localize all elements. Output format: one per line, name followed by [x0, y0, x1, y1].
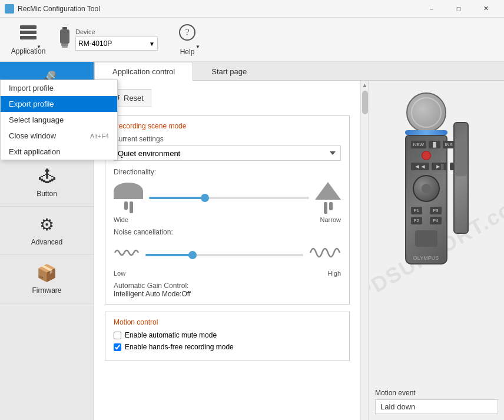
svg-rect-0: [20, 25, 37, 29]
close-button[interactable]: ✕: [472, 0, 499, 18]
svg-rect-4: [60, 29, 69, 44]
import-profile-item[interactable]: Import profile: [1, 80, 117, 96]
window-controls: − □ ✕: [418, 0, 499, 18]
help-arrow: ▼: [195, 44, 200, 49]
content-area: Application control Start page ↺ Reset R…: [94, 62, 504, 420]
scene-mode-select[interactable]: Quiet environment Noisy environment Cust…: [114, 145, 341, 161]
help-icon: ?: [178, 24, 196, 45]
sidebar-item-firmware[interactable]: 📦 Firmware: [0, 255, 94, 303]
window-title: RecMic Configuration Tool: [18, 5, 418, 13]
firmware-icon: 📦: [37, 263, 57, 283]
high-wave-icon: [309, 242, 341, 267]
application-arrow: ▼: [37, 44, 41, 49]
export-profile-item[interactable]: Export profile: [1, 96, 117, 112]
advanced-label: Advanced: [31, 238, 62, 246]
recording-scene-section: Recording scene mode Current settings Qu…: [105, 115, 350, 305]
close-window-item[interactable]: Close window Alt+F4: [1, 128, 117, 144]
svg-rect-2: [20, 36, 37, 39]
motion-event-value: Laid down: [375, 399, 498, 414]
device-mic-head: [406, 92, 446, 133]
directionality-slider[interactable]: [149, 192, 309, 204]
narrow-icon-group: [315, 182, 341, 214]
tab-start-page[interactable]: Start page: [193, 62, 265, 81]
narrow-bars: [324, 202, 333, 214]
app-icon: [5, 4, 14, 14]
motion-event-area: Motion event Laid down: [375, 389, 498, 414]
wide-icon-group: [114, 183, 143, 213]
motion-control-section: Motion control Enable automatic mute mod…: [105, 312, 350, 361]
motion-control-title: Motion control: [114, 318, 341, 326]
sidebar-item-advanced[interactable]: ⚙ Advanced: [0, 207, 94, 255]
device-icon: [58, 27, 72, 52]
scrollbar-thumb[interactable]: [362, 91, 368, 114]
device-blue-ring: [405, 130, 447, 135]
help-label: Help: [180, 48, 195, 56]
device-info: Device RM-4010P ▼: [75, 28, 158, 51]
toolbar: Application ▼ Device RM-4010P ▼ ?: [0, 18, 504, 62]
svg-rect-3: [62, 27, 67, 29]
svg-rect-5: [61, 44, 68, 46]
button-icon: 🕹: [39, 167, 55, 186]
svg-text:?: ?: [185, 27, 189, 37]
svg-rect-1: [20, 31, 37, 34]
button-label: Button: [37, 190, 57, 198]
device-select-arrow: ▼: [149, 41, 155, 47]
noise-cancel-slider[interactable]: [145, 249, 303, 261]
device-image: NEW ▐▌ INS ◄◄ ►‖ ▶▶: [405, 92, 469, 264]
device-main: NEW ▐▌ INS ◄◄ ►‖ ▶▶: [405, 92, 447, 264]
auto-mute-row: Enable automatic mute mode: [114, 331, 341, 339]
minimize-button[interactable]: −: [418, 0, 445, 18]
device-side-piece: [453, 122, 469, 234]
current-settings-label: Current settings: [114, 135, 341, 143]
device-area: Device RM-4010P ▼: [52, 19, 164, 60]
low-wave-icon: [114, 243, 140, 266]
titlebar: RecMic Configuration Tool − □ ✕: [0, 0, 504, 18]
scroll-up-arrow[interactable]: ▲: [362, 82, 368, 88]
directionality-labels: Wide Narrow: [114, 216, 341, 223]
device-label: Device: [75, 28, 158, 35]
auto-mute-checkbox[interactable]: [114, 332, 121, 339]
noise-cancel-labels: Low High: [114, 270, 341, 277]
advanced-icon: ⚙: [39, 215, 54, 234]
handsfree-row: Enable hands-free recording mode: [114, 343, 341, 351]
agc-label: Automatic Gain Control:: [114, 282, 188, 290]
device-body-main: NEW ▐▌ INS ◄◄ ►‖ ▶▶: [405, 135, 447, 264]
tab-app-control[interactable]: Application control: [94, 62, 193, 81]
handsfree-checkbox[interactable]: [114, 343, 121, 351]
wide-bars: [124, 201, 133, 213]
application-button[interactable]: Application ▼: [5, 19, 52, 60]
content: ↺ Reset Recording scene mode Current set…: [94, 81, 504, 420]
agc-row: Automatic Gain Control: Intelligent Auto…: [114, 282, 341, 298]
select-language-item[interactable]: Select language: [1, 112, 117, 128]
right-panel: OPDSUPPORT.com: [369, 81, 504, 420]
sidebar-item-button[interactable]: 🕹 Button: [0, 158, 94, 207]
help-button[interactable]: ? Help ▼: [164, 19, 211, 60]
tab-bar: Application control Start page: [94, 62, 504, 81]
wide-shape: [114, 183, 143, 199]
recording-scene-title: Recording scene mode: [114, 122, 341, 130]
application-icon: [19, 24, 38, 45]
maximize-button[interactable]: □: [445, 0, 472, 18]
application-dropdown: Import profile Export profile Select lan…: [0, 80, 118, 160]
directionality-label: Directionality:: [114, 168, 341, 176]
device-select[interactable]: RM-4010P ▼: [75, 37, 158, 51]
scrollbar[interactable]: ▲ ▼: [360, 81, 369, 420]
directionality-row: [114, 182, 341, 214]
firmware-label: Firmware: [32, 286, 62, 295]
auto-mute-label: Enable automatic mute mode: [125, 331, 217, 339]
content-inner: ↺ Reset Recording scene mode Current set…: [94, 81, 360, 420]
motion-event-label: Motion event: [375, 389, 498, 397]
exit-application-item[interactable]: Exit application: [1, 144, 117, 160]
handsfree-label: Enable hands-free recording mode: [125, 343, 234, 351]
noise-cancel-label: Noise cancellation:: [114, 228, 341, 236]
agc-value: Intelligent Auto Mode:Off: [114, 290, 191, 298]
noise-cancel-row: [114, 242, 341, 267]
svg-rect-6: [62, 46, 68, 48]
narrow-shape: [315, 182, 341, 200]
